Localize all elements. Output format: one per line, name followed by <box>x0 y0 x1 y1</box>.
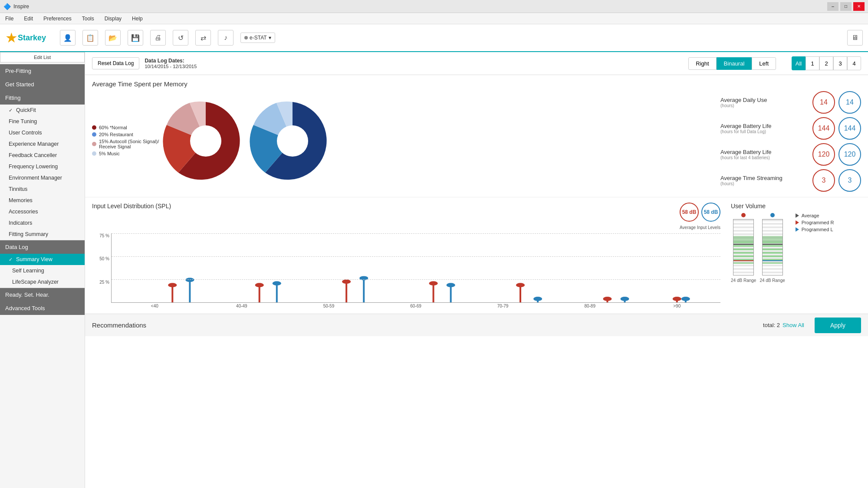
sidebar-section-prefitting[interactable]: Pre-Fitting <box>0 64 85 78</box>
svg-point-0 <box>190 125 221 157</box>
sidebar-section-fitting[interactable]: Fitting <box>0 91 85 105</box>
page-toggle: All 1 2 3 4 <box>792 56 861 70</box>
monitor-button[interactable]: 🖥 <box>847 30 863 46</box>
undo-button[interactable]: ↺ <box>173 30 188 46</box>
maximize-button[interactable]: □ <box>840 2 852 11</box>
menu-file[interactable]: File <box>3 15 15 23</box>
page-3-button[interactable]: 3 <box>833 56 847 70</box>
logo-text: Starkey <box>18 33 46 43</box>
sidebar-item-selflearning[interactable]: Self Learning <box>0 265 85 276</box>
sidebar-item-lifescapeanalyzer[interactable]: LifeScape Analyzer <box>0 276 85 288</box>
stats-panel: Average Daily Use (hours) 14 14 Average … <box>713 91 861 192</box>
page-2-button[interactable]: 2 <box>819 56 833 70</box>
svg-point-1 <box>277 125 308 157</box>
x-label-50-59: 50-59 <box>285 304 372 308</box>
menu-bar: File Edit Preferences Tools Display Help <box>0 13 868 24</box>
sidebar-section-datalog[interactable]: Data Log <box>0 240 85 254</box>
page-all-button[interactable]: All <box>792 56 806 70</box>
vol-legend-programmed-l: Programmed L <box>796 227 834 232</box>
charts-section: Average Time Spent per Memory 60% *Norma… <box>85 75 868 197</box>
save-button[interactable]: 💾 <box>128 30 143 46</box>
vol-legend-programmed-r: Programmed R <box>796 220 834 225</box>
menu-edit[interactable]: Edit <box>22 15 35 23</box>
estat-dropdown[interactable]: e-STAT ▾ <box>240 33 275 43</box>
menu-tools[interactable]: Tools <box>80 15 96 23</box>
sidebar-section-advancedtools[interactable]: Advanced Tools <box>0 301 85 315</box>
legend-label-music: 5% Music <box>99 151 120 156</box>
close-button[interactable]: ✕ <box>853 2 865 11</box>
db-badge-right: 58 dB <box>680 203 699 222</box>
stat-circle-daily-use-r: 14 <box>812 91 835 114</box>
charts-row: 60% *Normal 20% Restaurant 15% Autocoll … <box>92 91 861 192</box>
legend-label-autocoll: 15% Autocoll (Sonic Signal)/Receive Sign… <box>99 139 159 149</box>
reset-datalog-button[interactable]: Reset Data Log <box>92 57 139 69</box>
print-button[interactable]: 🖨 <box>150 30 166 46</box>
edit-list-button[interactable]: Edit List <box>0 52 85 62</box>
sidebar-item-fittingsummary[interactable]: Fitting Summary <box>0 229 85 240</box>
open-button[interactable]: 📂 <box>105 30 121 46</box>
x-label-70-79: 70-79 <box>459 304 546 308</box>
sidebar-item-usercontrols[interactable]: User Controls <box>0 127 85 138</box>
date-title: Data Log Dates: <box>145 58 197 64</box>
transfer-button[interactable]: ⇄ <box>195 30 211 46</box>
menu-help[interactable]: Help <box>130 15 145 23</box>
input-title: Input Level Distribution (SPL) <box>92 203 171 210</box>
stat-sub-battery-last: (hours for last 4 batteries) <box>720 155 809 160</box>
stat-main-streaming: Average Time Streaming <box>720 175 809 181</box>
vol-tri-blue-icon <box>796 227 799 232</box>
ear-left-button[interactable]: Left <box>752 57 776 70</box>
sidebar-item-frequencylowering[interactable]: Frequency Lowering <box>0 161 85 172</box>
page-4-button[interactable]: 4 <box>847 56 861 70</box>
date-range: 10/14/2015 - 12/13/2015 <box>145 64 197 69</box>
sidebar-item-tinnitus[interactable]: Tinnitus <box>0 183 85 195</box>
menu-preferences[interactable]: Preferences <box>42 15 73 23</box>
stat-main-battery-last: Average Battery Life <box>720 149 809 155</box>
y-label-75: 75 % <box>92 233 109 238</box>
input-level-chart: Input Level Distribution (SPL) 58 dB 58 … <box>92 203 720 308</box>
sidebar-item-indicators[interactable]: Indicators <box>0 217 85 229</box>
stat-label-battery-last: Average Battery Life (hours for last 4 b… <box>720 149 809 160</box>
estat-chevron-icon: ▾ <box>269 35 271 41</box>
profile-button[interactable]: 👤 <box>60 30 76 46</box>
svg-point-29 <box>681 297 690 301</box>
sidebar-item-summaryview[interactable]: Summary View <box>0 254 85 265</box>
stat-label-daily-use: Average Daily Use (hours) <box>720 97 809 108</box>
legend-item-normal: 60% *Normal <box>92 125 159 130</box>
avg-time-title: Average Time Spent per Memory <box>92 80 861 88</box>
bar-chart-svg <box>112 233 720 302</box>
legend-dot-normal <box>92 125 96 130</box>
db-badge-left: 58 dB <box>701 203 720 222</box>
svg-point-19 <box>273 281 281 285</box>
apply-button[interactable]: Apply <box>815 318 861 333</box>
stat-row-battery-last: Average Battery Life (hours for last 4 b… <box>720 143 861 166</box>
sidebar-section-getstarted[interactable]: Get Started <box>0 78 85 91</box>
stat-circle-battery-full-r: 144 <box>812 117 835 140</box>
stat-circle-battery-last-l: 120 <box>838 143 861 166</box>
vol-dot-red <box>741 213 746 217</box>
music-button[interactable]: ♪ <box>218 30 233 46</box>
svg-point-11 <box>516 283 525 287</box>
app-icon: 🔷 <box>3 3 11 10</box>
sidebar-item-memories[interactable]: Memories <box>0 195 85 206</box>
minimize-button[interactable]: – <box>827 2 838 11</box>
sidebar-item-feedbackcanceller[interactable]: Feedback Canceller <box>0 150 85 161</box>
ear-right-button[interactable]: Right <box>688 57 716 70</box>
ear-binaural-button[interactable]: Binaural <box>717 57 752 70</box>
sidebar-item-quickfit[interactable]: QuickFit <box>0 105 85 116</box>
menu-display[interactable]: Display <box>103 15 123 23</box>
estat-dot-icon <box>244 36 248 39</box>
volume-meters: 24 dB Range 24 dB <box>731 213 861 283</box>
sidebar-item-experiencemanager[interactable]: Experience Manager <box>0 138 85 150</box>
sidebar-section-readysethear[interactable]: Ready. Set. Hear. <box>0 288 85 301</box>
logo-star-icon: ★ <box>5 29 18 46</box>
sidebar-item-finetuning[interactable]: Fine Tuning <box>0 116 85 127</box>
sidebar: Edit List Pre-Fitting Get Started Fittin… <box>0 52 85 488</box>
page-1-button[interactable]: 1 <box>806 56 819 70</box>
svg-point-25 <box>533 297 542 301</box>
sidebar-item-environmentmanager[interactable]: Environment Manager <box>0 172 85 183</box>
folder-button[interactable]: 📋 <box>82 30 98 46</box>
legend-item-restaurant: 20% Restaurant <box>92 132 159 137</box>
sidebar-item-accessories[interactable]: Accessories <box>0 206 85 217</box>
show-all-link[interactable]: Show All <box>783 322 804 328</box>
svg-point-9 <box>429 281 438 285</box>
